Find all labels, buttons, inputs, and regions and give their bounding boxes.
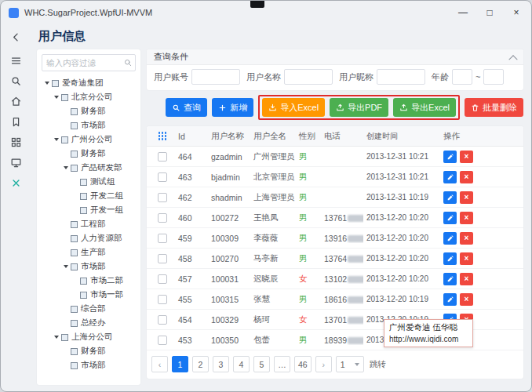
row-checkbox[interactable] [158,274,167,284]
tree-node-label: 广州分公司 [71,134,113,145]
delete-button[interactable]: × [460,171,473,183]
export-pdf-button[interactable]: 导出PDF [330,98,388,117]
page-button[interactable]: 3 [213,356,229,372]
edit-button[interactable] [443,252,457,265]
tree-node[interactable]: 综合部 [42,302,136,316]
edit-button[interactable] [443,151,457,163]
tree-node[interactable]: 生产部 [42,245,136,260]
tree-node[interactable]: 总经办 [42,316,136,330]
tree-node[interactable]: 市场部 [42,260,136,274]
user-account-input[interactable] [191,69,240,85]
row-checkbox[interactable] [158,213,167,223]
table-row[interactable]: 460 100272 王艳凤 男 13761 2013-12-20 10:20 … [147,208,523,228]
delete-button[interactable]: × [460,293,473,306]
edit-button[interactable] [443,191,457,204]
table-row[interactable]: 464 gzadmin 广州管理员 男 2013-12-31 10:21 × [147,147,523,167]
page-button[interactable]: 4 [233,356,250,372]
column-header-username[interactable]: 用户名称 [208,131,250,142]
query-panel: 查询条件 用户账号 用户名称 用户昵称 年龄~ [147,49,523,90]
minimize-button[interactable]: — [450,1,476,24]
tree-node[interactable]: 工程部 [42,217,136,231]
row-checkbox[interactable] [158,234,167,243]
title-bar[interactable]: WHC.SugarProject.WpfUI-MVVM — □ × [1,1,531,24]
prev-page-button[interactable]: ‹ [151,356,168,372]
table-row[interactable]: 463 bjadmin 北京管理员 男 2013-12-31 10:21 × [147,167,523,187]
display-button[interactable] [5,153,26,172]
tree-filter-input[interactable] [42,54,136,71]
menu-button[interactable] [5,51,26,70]
delete-button[interactable]: × [460,212,473,224]
tree-node[interactable]: 北京分公司 [42,90,136,104]
tree-node[interactable]: 财务部 [42,147,136,161]
tree-node[interactable]: 市场部 [42,358,136,372]
collapse-chevron-icon[interactable] [508,55,517,64]
column-header-id[interactable]: Id [175,132,208,141]
row-checkbox[interactable] [158,315,167,325]
column-header-created[interactable]: 创建时间 [363,131,440,142]
close-button[interactable]: × [503,1,530,24]
page-button[interactable]: 46 [294,356,312,372]
row-checkbox[interactable] [158,152,167,162]
tree-node[interactable]: 市场二部 [42,274,136,288]
table-row[interactable]: 455 100315 张慧 男 18616 2013-12-20 10:19 × [147,289,523,310]
page-button[interactable]: 1 [172,356,188,372]
batch-delete-button[interactable]: 批量删除 [465,98,523,117]
row-checkbox[interactable] [158,254,167,263]
edit-button[interactable] [443,171,457,183]
tree-node[interactable]: 广州分公司 [42,132,136,147]
tree-node[interactable]: 开发二组 [42,189,136,203]
back-button[interactable] [5,27,26,46]
delete-button[interactable]: × [460,151,473,163]
edit-button[interactable] [443,232,457,245]
home-button[interactable] [5,92,26,111]
page-button[interactable]: 2 [192,356,209,372]
page-size-select[interactable]: 1 [336,356,364,372]
table-row[interactable]: 457 100031 迟晓辰 女 13102 2013-12-20 10:20 … [147,269,523,289]
edit-button[interactable] [443,212,457,224]
tree-node[interactable]: 测试组 [42,175,136,189]
bookmark-button[interactable] [5,112,26,131]
tree-node[interactable]: 市场一部 [42,288,136,302]
column-header-fullname[interactable]: 用户全名 [250,131,296,142]
table-row[interactable]: 458 100270 马亭新 男 13764 2013-12-20 10:20 … [147,249,523,269]
edit-button[interactable] [443,293,457,306]
tree-node[interactable]: 开发一组 [42,203,136,217]
cut-button[interactable] [5,173,26,192]
rail-search-button[interactable] [5,71,26,90]
export-excel-button[interactable]: 导出Excel [393,98,456,117]
grid-handle-icon[interactable] [159,132,167,140]
row-checkbox[interactable] [158,193,167,202]
edit-button[interactable] [443,273,457,285]
next-page-button[interactable]: › [315,356,332,372]
tree-node[interactable]: 财务部 [42,344,136,358]
delete-button[interactable]: × [460,191,473,204]
maximize-button[interactable]: □ [476,1,503,24]
row-checkbox[interactable] [158,295,167,304]
import-excel-button[interactable]: 导入Excel [262,98,325,117]
page-ellipsis[interactable]: … [274,356,290,372]
tree-node[interactable]: 爱奇迪集团 [42,76,136,90]
tree-node[interactable]: 人力资源部 [42,231,136,245]
tree-node[interactable]: 上海分公司 [42,330,136,344]
column-header-phone[interactable]: 电话 [321,131,363,142]
user-name-input[interactable] [284,69,333,85]
column-header-gender[interactable]: 性别 [296,131,321,142]
row-checkbox[interactable] [158,336,167,345]
column-header-actions: 操作 [440,131,523,142]
search-button[interactable]: 查询 [166,98,207,117]
delete-button[interactable]: × [460,273,473,285]
age-max-input[interactable] [483,69,504,85]
add-button[interactable]: 新增 [212,98,253,117]
tree-node[interactable]: 市场部 [42,118,136,132]
age-min-input[interactable] [452,69,472,85]
table-row[interactable]: 462 shadmin 上海管理员 男 2013-12-31 10:19 × [147,187,523,208]
delete-button[interactable]: × [460,232,473,245]
tree-node[interactable]: 财务部 [42,104,136,118]
delete-button[interactable]: × [460,252,473,265]
tree-node[interactable]: 产品研发部 [42,161,136,175]
table-row[interactable]: 459 100309 李薇薇 男 13916 2013-12-20 10:20 … [147,228,523,249]
user-nickname-input[interactable] [377,69,425,85]
apps-button[interactable] [5,132,26,151]
page-button[interactable]: 5 [253,356,270,372]
row-checkbox[interactable] [158,172,167,182]
